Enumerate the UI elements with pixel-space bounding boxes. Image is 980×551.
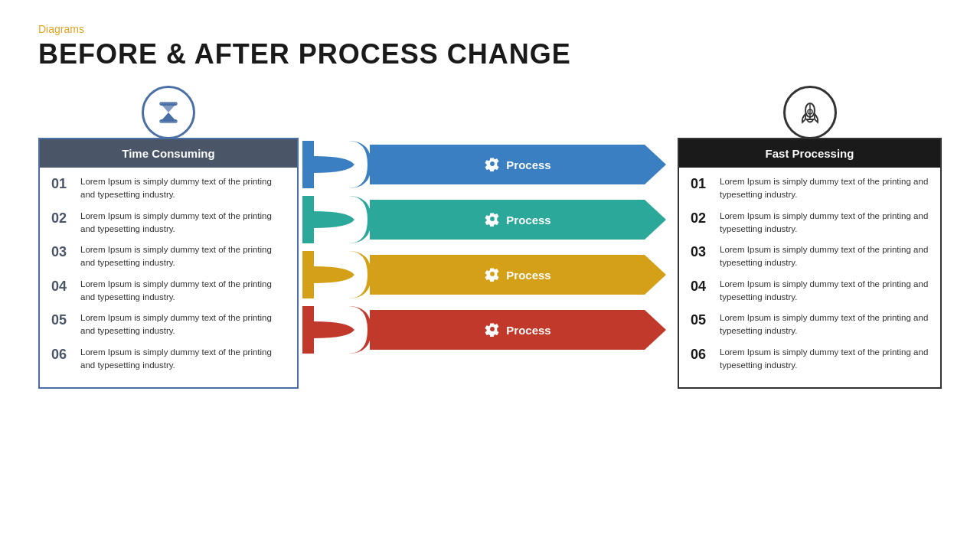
rocket-svg [795, 98, 825, 127]
item-text: Lorem Ipsum is simply dummy text of the … [80, 278, 286, 305]
item-number: 05 [51, 311, 73, 329]
process-row: Process [302, 196, 666, 243]
gear-icon [485, 266, 500, 284]
item-text: Lorem Ipsum is simply dummy text of the … [720, 278, 929, 305]
list-item: 06 Lorem Ipsum is simply dummy text of t… [691, 346, 929, 373]
process-arrow-body: Process [370, 200, 666, 240]
item-number: 04 [691, 278, 712, 295]
right-box: Fast Processing 01 Lorem Ipsum is simply… [678, 138, 942, 389]
item-number: 03 [51, 243, 73, 261]
item-number: 02 [51, 210, 73, 227]
rocket-circle [783, 86, 837, 139]
processes-wrapper: Process Process Process Process [302, 141, 666, 357]
page-wrapper: Diagrams BEFORE & AFTER PROCESS CHANGE [0, 0, 980, 551]
diagram-area: Time Consuming 01 Lorem Ipsum is simply … [38, 86, 942, 389]
list-item: 02 Lorem Ipsum is simply dummy text of t… [51, 210, 286, 236]
item-number: 02 [691, 210, 712, 227]
list-item: 05 Lorem Ipsum is simply dummy text of t… [51, 311, 286, 338]
hourglass-svg [155, 99, 182, 126]
curve-connector [302, 251, 371, 298]
curve-connector [302, 196, 371, 243]
item-text: Lorem Ipsum is simply dummy text of the … [720, 175, 929, 202]
list-item: 01 Lorem Ipsum is simply dummy text of t… [691, 175, 929, 202]
item-text: Lorem Ipsum is simply dummy text of the … [720, 311, 929, 338]
item-number: 06 [51, 346, 73, 364]
rocket-icon-container [678, 86, 942, 139]
item-text: Lorem Ipsum is simply dummy text of the … [80, 311, 286, 338]
category-label: Diagrams [38, 23, 942, 35]
process-row: Process [302, 251, 666, 298]
item-number: 03 [691, 243, 712, 261]
list-item: 04 Lorem Ipsum is simply dummy text of t… [691, 278, 929, 305]
left-box: Time Consuming 01 Lorem Ipsum is simply … [38, 138, 299, 389]
list-item: 05 Lorem Ipsum is simply dummy text of t… [691, 311, 929, 338]
process-label: Process [506, 158, 550, 171]
left-panel-title: Time Consuming [40, 139, 297, 168]
list-item: 04 Lorem Ipsum is simply dummy text of t… [51, 278, 286, 305]
item-number: 05 [691, 311, 712, 329]
process-label: Process [506, 324, 550, 337]
list-item: 02 Lorem Ipsum is simply dummy text of t… [691, 210, 929, 236]
process-row: Process [302, 306, 666, 354]
item-text: Lorem Ipsum is simply dummy text of the … [80, 346, 286, 373]
item-number: 04 [51, 278, 73, 295]
list-item: 03 Lorem Ipsum is simply dummy text of t… [691, 243, 929, 270]
right-panel-title: Fast Processing [679, 139, 940, 168]
left-panel-content: 01 Lorem Ipsum is simply dummy text of t… [40, 168, 297, 387]
process-arrow-body: Process [370, 310, 666, 350]
process-row: Process [302, 141, 666, 188]
hourglass-icon-container [38, 86, 299, 139]
process-arrow-body: Process [370, 255, 666, 295]
right-panel-content: 01 Lorem Ipsum is simply dummy text of t… [679, 168, 940, 387]
gear-icon [485, 321, 500, 339]
curve-connector [302, 141, 371, 188]
process-label: Process [506, 214, 550, 227]
list-item: 03 Lorem Ipsum is simply dummy text of t… [51, 243, 286, 270]
item-text: Lorem Ipsum is simply dummy text of the … [80, 210, 286, 236]
gear-icon [485, 156, 500, 174]
item-number: 01 [691, 175, 712, 193]
process-arrow-body: Process [370, 145, 666, 184]
list-item: 01 Lorem Ipsum is simply dummy text of t… [51, 175, 286, 202]
item-text: Lorem Ipsum is simply dummy text of the … [80, 175, 286, 202]
hourglass-circle [142, 86, 195, 139]
list-item: 06 Lorem Ipsum is simply dummy text of t… [51, 346, 286, 373]
process-label: Process [506, 269, 550, 282]
item-number: 06 [691, 346, 712, 364]
right-panel: Fast Processing 01 Lorem Ipsum is simply… [678, 86, 942, 389]
gear-icon [485, 211, 500, 229]
left-panel: Time Consuming 01 Lorem Ipsum is simply … [38, 86, 299, 389]
main-title: BEFORE & AFTER PROCESS CHANGE [38, 38, 942, 70]
item-text: Lorem Ipsum is simply dummy text of the … [720, 243, 929, 270]
item-text: Lorem Ipsum is simply dummy text of the … [80, 243, 286, 270]
item-text: Lorem Ipsum is simply dummy text of the … [720, 210, 929, 236]
item-number: 01 [51, 175, 73, 193]
curve-connector [302, 306, 371, 354]
item-text: Lorem Ipsum is simply dummy text of the … [720, 346, 929, 373]
